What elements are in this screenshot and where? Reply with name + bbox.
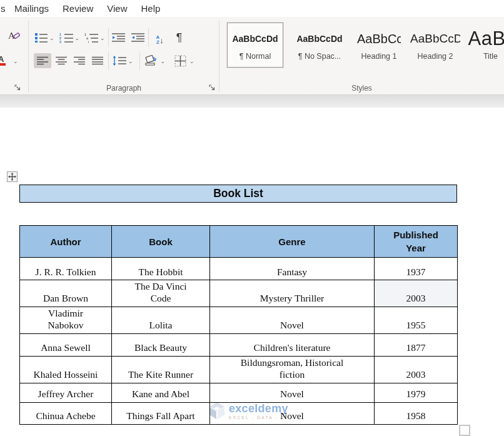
styles-gallery: AaBbCcDd ¶ Normal AaBbCcDd ¶ No Spac... …: [227, 23, 504, 68]
font-color-dropdown-chevron[interactable]: ⌄: [13, 58, 18, 64]
show-paragraph-marks-icon[interactable]: ¶: [173, 30, 186, 45]
separator: [139, 51, 140, 70]
style-no-spacing[interactable]: AaBbCcDd ¶ No Spac...: [288, 23, 351, 68]
header-genre[interactable]: Genre: [210, 226, 375, 258]
style-preview: AaBbCcDd: [357, 29, 401, 49]
table-row: Khaled Hosseini The Kite Runner Bildungs…: [20, 356, 458, 383]
numbered-list-icon[interactable]: 1 2 3: [58, 30, 74, 45]
table-title-bar[interactable]: Book List: [19, 185, 457, 203]
cell-author[interactable]: Anna Sewell: [20, 333, 112, 356]
cell-year[interactable]: 2003: [375, 356, 458, 383]
style-preview: AaBbCcDd: [232, 29, 278, 49]
style-normal[interactable]: AaBbCcDd ¶ Normal: [227, 23, 283, 68]
style-label: Title: [483, 52, 498, 61]
cell-book[interactable]: The Hobbit: [112, 258, 210, 280]
borders-icon[interactable]: [171, 53, 189, 68]
cell-author[interactable]: Dan Brown: [20, 280, 112, 307]
table-row: Vladimir Nabokov Lolita Novel 1955: [20, 307, 458, 333]
justify-icon[interactable]: [89, 53, 106, 68]
cell-book[interactable]: The Da Vinci Code: [112, 280, 210, 307]
cell-year[interactable]: 2003: [375, 280, 458, 307]
style-heading-1[interactable]: AaBbCcDd Heading 1: [353, 23, 405, 68]
table-resize-handle[interactable]: [459, 425, 470, 436]
cell-year[interactable]: 1937: [375, 258, 458, 280]
paragraph-dialog-launcher-icon[interactable]: [208, 84, 216, 92]
cell-book[interactable]: Kane and Abel: [112, 383, 210, 402]
table-row: J. R. R. Tolkien The Hobbit Fantasy 1937: [20, 258, 458, 280]
cell-genre[interactable]: Novel: [210, 307, 375, 333]
font-dialog-launcher-icon[interactable]: [14, 84, 22, 92]
style-preview: AaBbCcDd: [410, 29, 460, 49]
table-row: Dan Brown The Da Vinci Code Mystery Thri…: [20, 280, 458, 307]
tab-references-partial[interactable]: s: [0, 3, 8, 14]
decrease-indent-icon[interactable]: [111, 30, 126, 45]
style-preview: AaB: [468, 29, 504, 49]
styles-group-label: Styles: [219, 84, 504, 93]
cell-genre[interactable]: Bildungsroman, Historical fiction: [210, 356, 375, 383]
ribbon-tab-bar: s Mailings Review View Help: [0, 0, 504, 17]
cell-year[interactable]: 1955: [375, 307, 458, 333]
clear-formatting-button[interactable]: A: [4, 28, 23, 43]
header-book[interactable]: Book: [112, 226, 210, 258]
table-header-row: Author Book Genre Published Year: [20, 226, 458, 258]
line-spacing-icon[interactable]: [111, 53, 128, 68]
increase-indent-icon[interactable]: [131, 30, 146, 45]
cell-author[interactable]: J. R. R. Tolkien: [20, 258, 112, 280]
numbered-list-chevron[interactable]: ⌄: [75, 35, 80, 41]
cell-genre[interactable]: Novel: [210, 383, 375, 402]
cell-year[interactable]: 1877: [375, 333, 458, 356]
cell-author[interactable]: Jeffrey Archer: [20, 383, 112, 402]
style-preview: AaBbCcDd: [296, 29, 342, 49]
styles-group: AaBbCcDd ¶ Normal AaBbCcDd ¶ No Spac... …: [219, 17, 504, 94]
table-row: Anna Sewell Black Beauty Children's lite…: [20, 333, 458, 356]
cell-author[interactable]: Vladimir Nabokov: [20, 307, 112, 333]
style-heading-2[interactable]: AaBbCcDd Heading 2: [407, 23, 463, 68]
sort-icon[interactable]: AZ ↓: [151, 30, 169, 45]
cell-book[interactable]: Black Beauty: [112, 333, 210, 356]
document-page[interactable]: Book List Author Book Genre Published Ye…: [0, 108, 504, 436]
multilevel-list-icon[interactable]: 1 a i: [83, 30, 99, 45]
ribbon-document-divider: [0, 94, 504, 108]
borders-chevron[interactable]: ⌄: [189, 58, 194, 64]
shading-chevron[interactable]: ⌄: [161, 58, 166, 64]
table-row: Jeffrey Archer Kane and Abel Novel 1979: [20, 383, 458, 402]
bullet-list-chevron[interactable]: ⌄: [49, 35, 54, 41]
align-center-icon[interactable]: [53, 53, 69, 68]
style-label: ¶ No Spac...: [298, 52, 341, 61]
cell-year[interactable]: 1979: [375, 383, 458, 402]
header-author[interactable]: Author: [20, 226, 112, 258]
style-title[interactable]: AaB Title: [467, 23, 504, 68]
style-label: Heading 2: [418, 52, 453, 61]
separator: [108, 51, 109, 70]
table-row: Chinua Achebe Things Fall Apart Novel 19…: [20, 402, 458, 424]
svg-text:i: i: [88, 40, 89, 43]
svg-text:3: 3: [59, 40, 61, 43]
tab-view[interactable]: View: [100, 3, 134, 14]
cell-genre[interactable]: Fantasy: [210, 258, 375, 280]
table-move-handle[interactable]: [7, 171, 18, 182]
multilevel-list-chevron[interactable]: ⌄: [100, 35, 105, 41]
align-left-icon[interactable]: [34, 53, 51, 68]
cell-genre[interactable]: Novel: [210, 402, 375, 424]
shading-icon[interactable]: [143, 53, 160, 68]
svg-text:A: A: [0, 54, 4, 64]
cell-author[interactable]: Khaled Hosseini: [20, 356, 112, 383]
cell-genre[interactable]: Children's literature: [210, 333, 375, 356]
align-right-icon[interactable]: [71, 53, 88, 68]
cell-year[interactable]: 1958: [375, 402, 458, 424]
cell-author[interactable]: Chinua Achebe: [20, 402, 112, 424]
style-label: ¶ Normal: [239, 52, 271, 61]
bullet-list-icon[interactable]: [34, 30, 49, 45]
tab-help[interactable]: Help: [134, 3, 167, 14]
font-color-button[interactable]: A: [0, 53, 11, 68]
header-published-year[interactable]: Published Year: [375, 226, 458, 258]
tab-review[interactable]: Review: [56, 3, 100, 14]
line-spacing-chevron[interactable]: ⌄: [128, 58, 133, 64]
cell-book[interactable]: Lolita: [112, 307, 210, 333]
cell-genre[interactable]: Mystery Thriller: [210, 280, 375, 307]
paragraph-group: ⌄ 1 2 3 ⌄ 1 a i ⌄: [29, 17, 219, 94]
tab-mailings[interactable]: Mailings: [8, 3, 56, 14]
cell-book[interactable]: Things Fall Apart: [112, 402, 210, 424]
paragraph-group-label: Paragraph: [29, 84, 219, 93]
cell-book[interactable]: The Kite Runner: [112, 356, 210, 383]
